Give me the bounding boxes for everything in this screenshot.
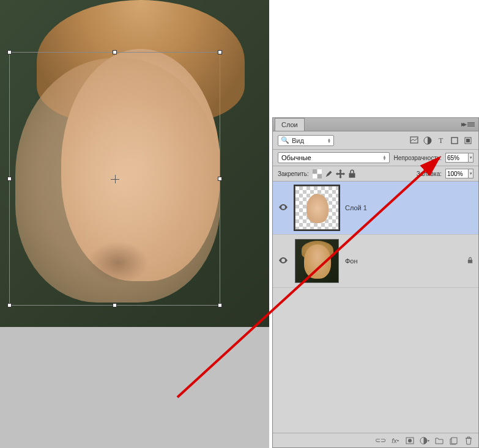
transform-handle-br[interactable] <box>218 303 222 307</box>
filter-type-select[interactable]: 🔍 Вид ▲▼ <box>278 135 334 146</box>
lock-label: Закрепить: <box>278 171 309 177</box>
blend-mode-select[interactable]: Обычные ▲▼ <box>278 152 390 163</box>
layer-thumbnail[interactable] <box>295 239 339 283</box>
filter-shape-icon[interactable] <box>449 135 460 146</box>
layer-effects-icon[interactable]: fx▾ <box>390 436 400 446</box>
eye-icon[interactable] <box>279 204 288 211</box>
transform-handle-tr[interactable] <box>218 50 222 54</box>
canvas-area <box>0 0 269 448</box>
filter-pixel-icon[interactable] <box>409 135 420 146</box>
filter-type-label: Вид <box>292 137 304 144</box>
layer-filter-toolbar: 🔍 Вид ▲▼ T <box>273 131 478 150</box>
layers-panel-footer: ⊂⊃ fx▾ ▾ <box>273 433 478 447</box>
svg-rect-6 <box>466 139 470 142</box>
svg-rect-10 <box>313 174 317 178</box>
transform-handle-tl[interactable] <box>7 50 12 54</box>
svg-rect-8 <box>317 174 322 178</box>
panel-collapse-icon[interactable]: ▶▶ <box>461 122 465 127</box>
transform-handle-bl[interactable] <box>7 303 12 307</box>
eye-icon[interactable] <box>279 257 288 265</box>
opacity-input[interactable]: 65% <box>445 153 469 163</box>
svg-rect-12 <box>468 260 472 263</box>
new-group-icon[interactable] <box>434 436 444 446</box>
blend-options-row: Обычные ▲▼ Непрозрачность: 65% ▾ <box>273 150 478 166</box>
layers-panel: Слои ▶▶ 🔍 Вид ▲▼ T Обычные ▲▼ Непрозрачн… <box>272 117 479 448</box>
fill-stepper[interactable]: ▾ <box>469 169 473 178</box>
fill-label[interactable]: Заливка: <box>417 171 442 177</box>
add-mask-icon[interactable] <box>405 436 415 446</box>
panel-tab-bar: Слои ▶▶ <box>273 118 478 131</box>
transform-handle-ml[interactable] <box>7 177 12 181</box>
chevron-updown-icon: ▲▼ <box>327 138 331 143</box>
panel-menu-icon[interactable] <box>467 122 475 127</box>
transform-handle-mr[interactable] <box>218 177 222 181</box>
lock-move-icon[interactable] <box>336 169 345 178</box>
transform-bounding-box[interactable] <box>9 52 220 306</box>
svg-point-14 <box>408 439 412 442</box>
lock-brush-icon[interactable] <box>324 169 333 178</box>
canvas-image[interactable] <box>0 0 269 327</box>
lock-icon <box>467 257 473 265</box>
new-layer-icon[interactable] <box>449 436 459 446</box>
lock-all-icon[interactable] <box>347 169 357 178</box>
layer-name[interactable]: Фон <box>345 257 358 265</box>
blend-mode-value: Обычные <box>281 154 311 161</box>
opacity-stepper[interactable]: ▾ <box>469 153 473 163</box>
svg-text:T: T <box>439 136 444 145</box>
delete-layer-icon[interactable] <box>464 436 473 446</box>
filter-adjustment-icon[interactable] <box>422 135 433 146</box>
chevron-updown-icon: ▲▼ <box>382 155 386 160</box>
transform-handle-bm[interactable] <box>113 303 117 307</box>
transform-center-icon[interactable] <box>111 175 119 183</box>
svg-rect-7 <box>313 169 317 174</box>
tab-layers[interactable]: Слои <box>275 118 305 131</box>
layer-row[interactable]: Слой 1 <box>273 182 478 235</box>
svg-rect-4 <box>451 138 458 144</box>
filter-type-icon[interactable]: T <box>436 135 447 146</box>
transform-handle-tm[interactable] <box>113 50 117 54</box>
link-layers-icon[interactable]: ⊂⊃ <box>376 436 385 446</box>
layer-row[interactable]: Фон <box>273 235 478 288</box>
filter-smartobject-icon[interactable] <box>462 135 473 146</box>
new-adjustment-icon[interactable]: ▾ <box>420 436 429 446</box>
opacity-label[interactable]: Непрозрачность: <box>393 155 442 161</box>
layer-name[interactable]: Слой 1 <box>345 204 367 211</box>
layer-thumbnail[interactable] <box>295 186 339 230</box>
fill-input[interactable]: 100% <box>445 169 469 178</box>
layers-list: Слой 1 Фон <box>273 182 478 433</box>
search-icon: 🔍 <box>281 136 289 144</box>
lock-transparency-icon[interactable] <box>313 169 322 178</box>
svg-rect-16 <box>451 438 457 444</box>
svg-rect-9 <box>317 169 322 174</box>
lock-options-row: Закрепить: Заливка: 100% ▾ <box>273 166 478 182</box>
svg-rect-11 <box>349 173 355 178</box>
